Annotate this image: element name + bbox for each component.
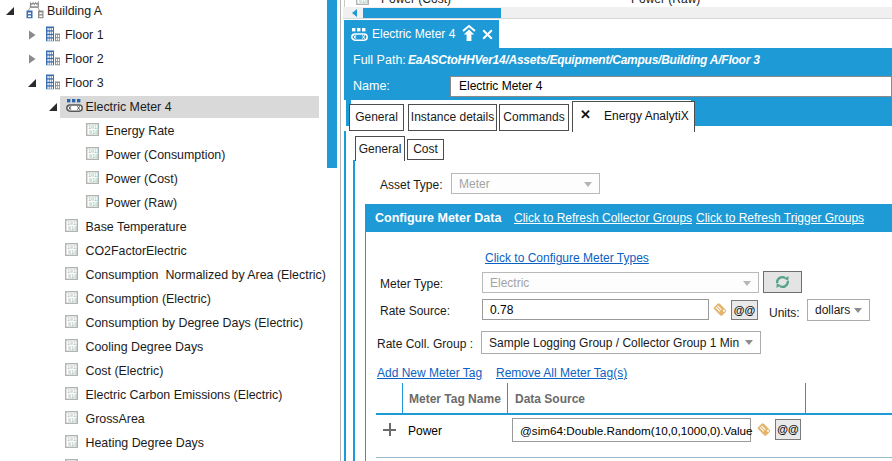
svg-text:010: 010 xyxy=(89,153,98,159)
tree-item-cost-electric[interactable]: 1011 010 Cost (Electric) xyxy=(0,359,340,383)
data-source-input[interactable]: @sim64:Double.Random(10,0,1000,0).Value xyxy=(512,418,751,442)
horizontal-scrollbar-thumb[interactable] xyxy=(363,8,501,18)
tab-energy-analytix[interactable]: ✕ Energy AnalytiX xyxy=(572,101,695,132)
rate-coll-group-combobox[interactable]: Sample Logging Group / Collector Group 1… xyxy=(481,331,761,354)
editor-panel: 1011 010 Power (Cost) Power (Raw) Electr… xyxy=(341,0,892,461)
asset-type-label: Asset Type: xyxy=(380,178,442,192)
rate-coll-group-label: Rate Coll. Group : xyxy=(377,337,473,351)
floor-icon xyxy=(45,49,61,65)
svg-text:010: 010 xyxy=(68,441,77,447)
tree-item-label: Consumption (Electric) xyxy=(86,292,211,306)
name-input[interactable]: Electric Meter 4 xyxy=(450,76,892,97)
outer-page-border xyxy=(344,131,346,461)
tag-icon: 1011 010 xyxy=(86,171,99,184)
tree-item-label: CO2FactorElectric xyxy=(86,244,187,258)
tag-icon: 1011 010 xyxy=(65,291,78,304)
refresh-button[interactable] xyxy=(763,271,802,293)
tree-item-power-cost[interactable]: 1011 010 Power (Cost) xyxy=(0,167,340,191)
tree-item-building-a[interactable]: Building A xyxy=(0,0,340,23)
configure-meter-data-title: Configure Meter Data xyxy=(375,211,501,225)
tree-item-partial[interactable]: 1011 010 xyxy=(0,455,340,461)
clipped-item-label: Power (Cost) xyxy=(381,0,451,6)
svg-text:010: 010 xyxy=(359,0,368,4)
tree-item-consumption-by-degree-days-electric[interactable]: 1011 010 Consumption by Degree Days (Ele… xyxy=(0,311,340,335)
remove-all-meter-tags-link[interactable]: Remove All Meter Tag(s) xyxy=(496,366,627,380)
tree-item-power-consumption[interactable]: 1011 010 Power (Consumption) xyxy=(0,143,340,167)
tree-item-label: Base Temperature xyxy=(86,220,187,234)
units-combobox[interactable]: dollars xyxy=(807,299,870,321)
tag-picker-icon[interactable] xyxy=(712,301,728,321)
svg-text:010: 010 xyxy=(68,297,77,303)
tag-picker-icon[interactable] xyxy=(756,421,772,441)
refresh-icon xyxy=(774,274,791,293)
tree-item-consumption-normalized-by-area-electric[interactable]: 1011 010 Consumption Normalized by Area … xyxy=(0,263,340,287)
tab-instance-details[interactable]: Instance details xyxy=(408,104,497,131)
tree-item-base-temperature[interactable]: 1011 010 Base Temperature xyxy=(0,215,340,239)
horizontal-scrollbar[interactable] xyxy=(343,7,892,19)
close-icon xyxy=(482,29,493,40)
tree-item-floor-1[interactable]: Floor 1 xyxy=(0,23,340,47)
document-tab[interactable]: Electric Meter 4 xyxy=(344,20,499,48)
rate-source-value: 0.78 xyxy=(490,303,513,317)
configure-meter-types-link[interactable]: Click to Configure Meter Types xyxy=(485,251,649,265)
tree-item-power-raw[interactable]: 1011 010 Power (Raw) xyxy=(0,191,340,215)
tab-cost[interactable]: Cost xyxy=(407,139,444,160)
expander-expanded-icon[interactable] xyxy=(5,6,15,16)
outer-tab-strip: General Instance details Commands ✕ Ener… xyxy=(344,100,892,132)
floor-icon xyxy=(45,73,61,89)
scroll-left-arrow-icon[interactable] xyxy=(352,9,357,17)
tree-item-energy-rate[interactable]: 1011 010 Energy Rate xyxy=(0,119,340,143)
tag-icon: 1011 010 xyxy=(65,435,78,448)
tree-vertical-scrollbar-thumb[interactable] xyxy=(327,0,337,168)
tab-commands[interactable]: Commands xyxy=(499,104,569,131)
name-label: Name: xyxy=(353,79,390,93)
meter-type-combobox[interactable]: Electric xyxy=(482,272,759,293)
rate-source-label: Rate Source: xyxy=(380,304,450,318)
meter-type-value: Electric xyxy=(490,276,529,290)
tree-item-consumption-electric[interactable]: 1011 010 Consumption (Electric) xyxy=(0,287,340,311)
svg-text:010: 010 xyxy=(68,393,77,399)
data-source-value: @sim64:Double.Random(10,0,1000,0).Value xyxy=(520,424,753,437)
tree-item-grossarea[interactable]: 1011 010 GrossArea xyxy=(0,407,340,431)
tree-item-heating-degree-days[interactable]: 1011 010 Heating Degree Days xyxy=(0,431,340,455)
meter-icon xyxy=(351,27,368,45)
tree-item-floor-3[interactable]: Floor 3 xyxy=(0,71,340,95)
tree-item-label: Floor 2 xyxy=(65,52,104,66)
tag-icon: 1011 010 xyxy=(86,195,99,208)
refresh-trigger-groups-link[interactable]: Click to Refresh Trigger Groups xyxy=(696,211,864,225)
svg-text:010: 010 xyxy=(68,249,77,255)
refresh-collector-groups-link[interactable]: Click to Refresh Collector Groups xyxy=(514,211,692,225)
tree-item-electric-carbon-emissions-electric[interactable]: 1011 010 Electric Carbon Emissions (Elec… xyxy=(0,383,340,407)
tree-item-label: Cooling Degree Days xyxy=(86,340,204,354)
tree-item-cooling-degree-days[interactable]: 1011 010 Cooling Degree Days xyxy=(0,335,340,359)
pin-up-icon[interactable] xyxy=(461,25,477,45)
expression-button[interactable]: @@ xyxy=(775,419,801,440)
tree-item-electric-meter-4[interactable]: Electric Meter 4 xyxy=(0,95,340,119)
asset-type-combobox[interactable]: Meter xyxy=(451,173,600,194)
close-icon[interactable] xyxy=(482,29,493,43)
tab-close-icon[interactable]: ✕ xyxy=(580,107,591,122)
full-path-bar: Full Path: EaASCtoHHVer14/Assets/Equipme… xyxy=(344,48,892,73)
row-expand-icon[interactable] xyxy=(383,423,396,436)
expression-button[interactable]: @@ xyxy=(731,300,758,320)
grid-header-meter-tag-name: Meter Tag Name xyxy=(409,392,501,406)
tag-picker-icon xyxy=(756,421,772,438)
asset-type-value: Meter xyxy=(459,177,490,191)
full-path-label: Full Path: xyxy=(353,53,406,67)
expander-collapsed-icon[interactable] xyxy=(27,54,37,64)
tree-item-label: Floor 1 xyxy=(65,28,104,42)
add-new-meter-tag-link[interactable]: Add New Meter Tag xyxy=(377,366,482,380)
expander-collapsed-icon[interactable] xyxy=(27,30,37,40)
expander-expanded-icon[interactable] xyxy=(27,78,37,88)
units-value: dollars xyxy=(815,303,850,317)
tag-icon: 1011 010 xyxy=(65,315,78,328)
svg-text:010: 010 xyxy=(68,417,77,423)
tree-item-floor-2[interactable]: Floor 2 xyxy=(0,47,340,71)
pin-up-icon xyxy=(461,25,477,42)
inner-page-border xyxy=(353,160,355,461)
rate-source-input[interactable]: 0.78 xyxy=(482,299,709,320)
tab-general-inner[interactable]: General xyxy=(355,136,405,161)
tab-general[interactable]: General xyxy=(349,104,404,131)
tree-item-co2factorelectric[interactable]: 1011 010 CO2FactorElectric xyxy=(0,239,340,263)
expander-expanded-icon[interactable] xyxy=(48,102,58,112)
